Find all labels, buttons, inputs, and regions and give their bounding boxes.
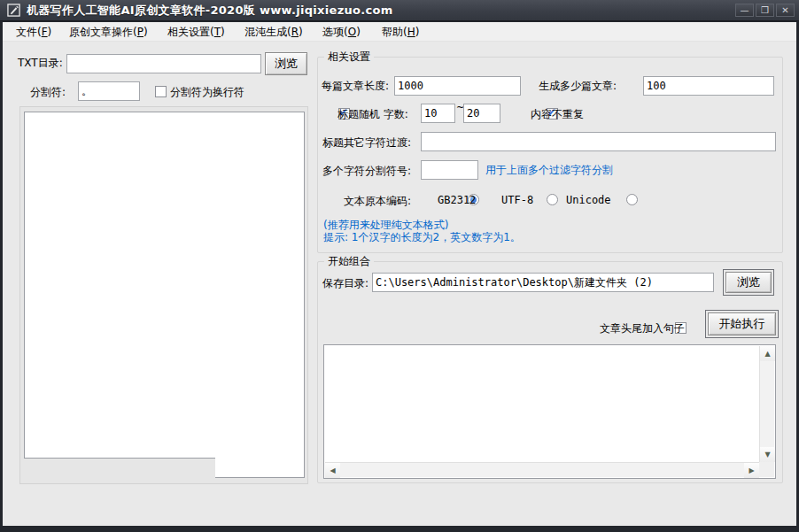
article-length-input[interactable] <box>394 76 521 96</box>
radio-unicode-label: Unicode <box>566 194 611 206</box>
combine-group-title: 开始组合 <box>324 255 374 268</box>
client-area: TXT目录: 浏览 分割符: 分割符为换行符 相关设置 每篇文章长度: 生成多少… <box>3 42 796 526</box>
txt-dir-browse-button[interactable]: 浏览 <box>265 52 307 75</box>
scroll-down-icon[interactable]: ▼ <box>760 447 775 462</box>
app-window: 机器写作人工智能AI原创文章软件-2020版 www.jiqixiezuo.co… <box>0 0 799 532</box>
save-dir-browse-button[interactable]: 浏览 <box>725 272 772 293</box>
minimize-button[interactable]: — <box>735 4 754 17</box>
output-textarea[interactable]: ▲ ▼ ◀ ▶ <box>323 344 776 479</box>
scrollbar-corner <box>759 462 774 477</box>
menu-settings[interactable]: 相关设置(T) <box>165 25 228 40</box>
menu-options[interactable]: 选项(O) <box>320 25 363 40</box>
txt-dir-label: TXT目录: <box>18 56 63 71</box>
head-tail-label: 文章头尾加入句子 <box>600 321 685 336</box>
scroll-right-icon[interactable]: ▶ <box>744 463 759 478</box>
listbox-overflow-patch <box>215 458 305 478</box>
save-dir-browse-wrap: 浏览 <box>723 269 774 296</box>
encoding-label: 文本原本编码: <box>344 194 411 209</box>
newline-splitter-checkbox[interactable] <box>155 86 167 97</box>
title-random-label: 标题随机 字数: <box>337 107 408 122</box>
article-count-label: 生成多少篇文章: <box>539 79 617 94</box>
save-dir-label: 保存目录: <box>322 276 368 291</box>
article-count-input[interactable] <box>643 76 774 96</box>
newline-splitter-label: 分割符为换行符 <box>170 85 244 100</box>
length-tip: 提示: 1个汉字的长度为2，英文数字为1。 <box>323 230 521 245</box>
window-controls: — ❐ ✕ <box>735 4 795 17</box>
menu-help[interactable]: 帮助(H) <box>379 25 422 40</box>
settings-group-title: 相关设置 <box>324 50 374 64</box>
word-max-input[interactable] <box>463 104 500 123</box>
app-pencil-icon <box>7 4 20 17</box>
maximize-button[interactable]: ❐ <box>756 4 774 17</box>
radio-gb2312-label: GB2312 <box>438 194 476 206</box>
start-execute-button[interactable]: 开始执行 <box>708 312 776 335</box>
menu-article-ops[interactable]: 原创文章操作(P) <box>66 25 151 40</box>
splitter-label: 分割符: <box>30 85 66 100</box>
start-button-wrap: 开始执行 <box>705 310 779 338</box>
menu-chaos-generate[interactable]: 混沌生成(R) <box>242 25 306 40</box>
radio-utf8-label: UTF-8 <box>501 194 533 206</box>
title-other-label: 标题其它字符过渡: <box>322 135 411 150</box>
title-bar: 机器写作人工智能AI原创文章软件-2020版 www.jiqixiezuo.co… <box>0 0 799 21</box>
multi-split-input[interactable] <box>421 160 478 180</box>
scroll-up-icon[interactable]: ▲ <box>760 346 775 361</box>
menu-file[interactable]: 文件(F) <box>13 25 54 40</box>
multi-split-hint: 用于上面多个过滤字符分割 <box>485 163 613 178</box>
no-repeat-label: 内容不重复 <box>531 107 584 122</box>
vertical-scrollbar[interactable]: ▲ ▼ <box>759 346 774 462</box>
multi-split-label: 多个字符分割符号: <box>322 164 411 179</box>
txt-dir-input[interactable] <box>66 54 261 73</box>
word-min-input[interactable] <box>421 104 455 123</box>
horizontal-scrollbar[interactable]: ◀ ▶ <box>325 462 759 477</box>
save-dir-input[interactable] <box>372 273 714 292</box>
splitter-input[interactable] <box>78 81 140 101</box>
menu-bar: 文件(F) 原创文章操作(P) 相关设置(T) 混沌生成(R) 选项(O) 帮助… <box>3 22 796 42</box>
article-length-label: 每篇文章长度: <box>322 79 389 94</box>
file-listbox[interactable] <box>24 112 305 459</box>
title-other-input[interactable] <box>421 132 776 151</box>
scroll-left-icon[interactable]: ◀ <box>325 463 340 478</box>
window-title: 机器写作人工智能AI原创文章软件-2020版 www.jiqixiezuo.co… <box>27 3 393 19</box>
close-button[interactable]: ✕ <box>776 4 795 17</box>
